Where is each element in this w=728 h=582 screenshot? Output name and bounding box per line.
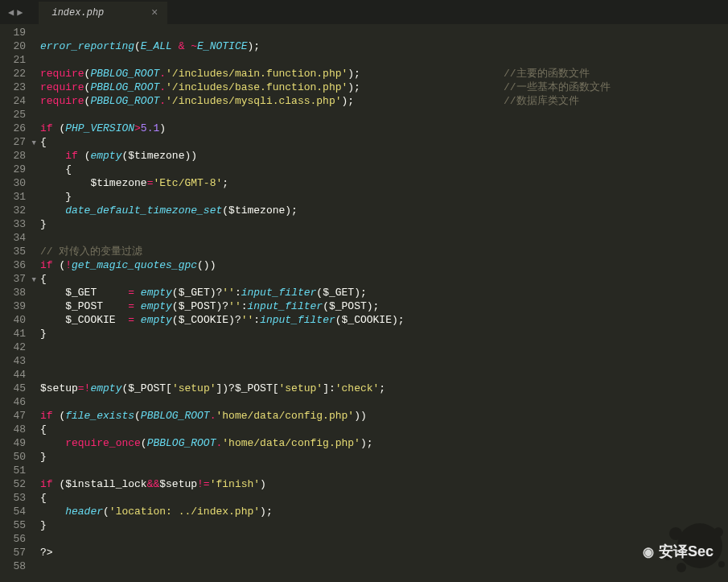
code-line: { [40, 491, 728, 505]
code-line: // 对传入的变量过滤 [40, 245, 728, 258]
code-line: require(PBBLOG_ROOT.'/includes/main.func… [40, 67, 728, 80]
code-line: $_COOKIE = empty($_COOKIE)?'':input_filt… [40, 313, 728, 327]
code-line: if (PHP_VERSION>5.1) [40, 122, 728, 135]
tab-filename: index.php [51, 7, 104, 19]
code-line [40, 464, 728, 477]
code-line: if (!get_magic_quotes_gpc()) [40, 258, 728, 272]
code-line: error_reporting(E_ALL & ~E_NOTICE); [40, 39, 728, 53]
code-line [40, 368, 728, 382]
code-content[interactable]: error_reporting(E_ALL & ~E_NOTICE);requi… [40, 24, 728, 582]
code-line: if ($install_lock&&$setup!='finish') [40, 477, 728, 491]
code-line: $_POST = empty($_POST)?'':input_filter($… [40, 299, 728, 313]
code-line: { [40, 135, 728, 149]
code-line: if (file_exists(PBBLOG_ROOT.'home/data/c… [40, 409, 728, 423]
code-line [40, 53, 728, 67]
line-number-gutter: 192021222324252627▼28293031323334353637▼… [0, 24, 40, 582]
code-line: require(PBBLOG_ROOT.'/includes/base.func… [40, 80, 728, 94]
code-line [40, 532, 728, 546]
code-line [40, 26, 728, 39]
code-line: header('location: ../index.php'); [40, 505, 728, 518]
code-line: } [40, 190, 728, 204]
code-line: } [40, 217, 728, 231]
code-line: $timezone='Etc/GMT-8'; [40, 176, 728, 190]
nav-arrows: ◀ ▶ [8, 6, 23, 19]
code-line: { [40, 163, 728, 176]
editor-area: 192021222324252627▼28293031323334353637▼… [0, 24, 728, 582]
code-line: require_once(PBBLOG_ROOT.'home/data/conf… [40, 436, 728, 450]
watermark: ◉ 安译Sec [643, 542, 714, 561]
code-line: $setup=!empty($_POST['setup'])?$_POST['s… [40, 382, 728, 395]
code-line [40, 354, 728, 368]
code-line: require(PBBLOG_ROOT.'/includes/mysqli.cl… [40, 94, 728, 108]
code-line: } [40, 327, 728, 341]
code-line: if (empty($timezone)) [40, 149, 728, 163]
code-line: } [40, 518, 728, 532]
code-line: date_default_timezone_set($timezone); [40, 204, 728, 217]
code-line: ?> [40, 546, 728, 559]
code-line [40, 231, 728, 245]
code-line: { [40, 272, 728, 286]
code-line [40, 108, 728, 122]
code-line: $_GET = empty($_GET)?'':input_filter($_G… [40, 286, 728, 299]
code-line [40, 341, 728, 354]
code-line: } [40, 450, 728, 464]
nav-forward-icon[interactable]: ▶ [17, 6, 23, 19]
watermark-text: 安译Sec [659, 542, 714, 561]
nav-back-icon[interactable]: ◀ [8, 6, 14, 19]
fold-marker-icon[interactable]: ▼ [32, 274, 36, 287]
code-line [40, 395, 728, 409]
wechat-icon: ◉ [643, 544, 654, 559]
code-line [40, 559, 728, 573]
fold-marker-icon[interactable]: ▼ [32, 137, 36, 151]
file-tab[interactable]: index.php × [39, 2, 167, 24]
close-icon[interactable]: × [151, 6, 158, 19]
title-bar: ◀ ▶ index.php × [0, 0, 728, 24]
code-line: { [40, 423, 728, 436]
